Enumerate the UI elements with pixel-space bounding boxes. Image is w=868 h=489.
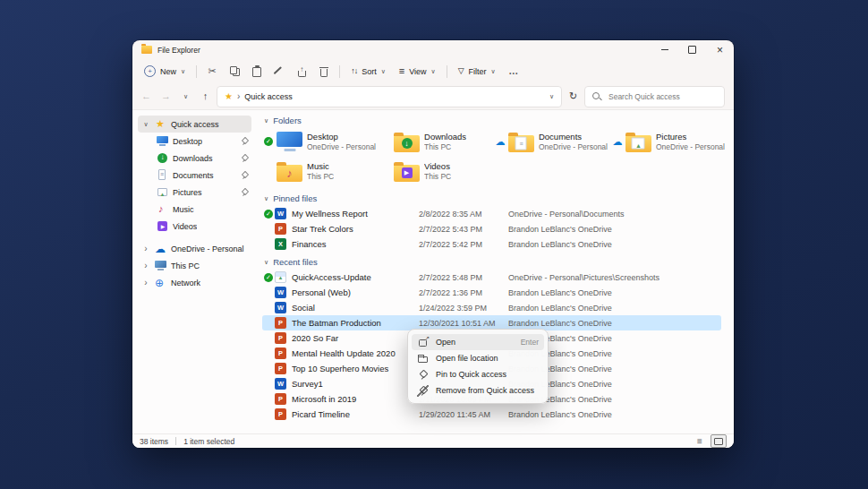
delete-button[interactable] <box>313 63 335 81</box>
folder-tile-text: Downloads This PC <box>424 132 466 151</box>
section-label: Pinned files <box>273 193 317 203</box>
file-row[interactable]: My Wellness Report 2/8/2022 8:35 AM OneD… <box>262 206 721 221</box>
file-name: Mental Health Update 2020 <box>292 348 419 358</box>
sidebar-item-label: Documents <box>173 171 214 180</box>
pin-icon <box>239 188 248 197</box>
rename-button[interactable] <box>268 63 290 81</box>
sidebar-item-label: Music <box>173 205 194 214</box>
folder-tile-pictures[interactable]: Pictures OneDrive - Personal <box>611 128 725 155</box>
sidebar-item-downloads[interactable]: Downloads <box>138 150 251 167</box>
sort-button[interactable]: Sort <box>345 64 392 79</box>
section-header-folders[interactable]: Folders <box>264 114 725 126</box>
file-location: Brandon LeBlanc's OneDrive <box>508 319 721 328</box>
paste-button[interactable] <box>246 63 268 81</box>
sidebar-item-this-pc[interactable]: This PC <box>138 257 251 274</box>
file-row[interactable]: Finances 2/7/2022 5:42 PM Brandon LeBlan… <box>262 236 721 252</box>
file-date: 1/24/2022 3:59 PM <box>419 304 508 313</box>
folder-location: OneDrive - Personal <box>539 142 608 151</box>
folder-tile-documents[interactable]: Documents OneDrive - Personal <box>494 128 608 155</box>
command-bar: New Sort View Filter <box>132 59 734 83</box>
view-button[interactable]: View <box>393 64 442 79</box>
back-button[interactable] <box>138 88 155 105</box>
menu-item-open-file-location[interactable]: Open file location <box>412 350 544 366</box>
chevron-down-icon <box>181 68 185 74</box>
rename-icon <box>274 66 285 76</box>
status-bar: 38 items 1 item selected <box>132 433 734 448</box>
chevron-right-icon[interactable] <box>141 244 150 253</box>
image-file-icon <box>275 271 286 283</box>
maximize-button[interactable] <box>678 40 706 59</box>
pin-icon <box>239 154 248 163</box>
recent-locations-button[interactable] <box>177 88 194 105</box>
breadcrumb-location[interactable]: Quick access <box>244 92 293 101</box>
status-divider <box>175 437 176 445</box>
section-header-pinned-files[interactable]: Pinned files <box>264 192 725 204</box>
chevron-right-icon[interactable] <box>141 262 150 270</box>
music-folder-icon <box>277 160 302 182</box>
videos-folder-icon <box>394 160 420 182</box>
chevron-right-icon[interactable] <box>141 279 150 287</box>
folder-tile-text: Desktop OneDrive - Personal <box>307 132 376 151</box>
close-icon <box>717 45 723 56</box>
cut-button[interactable] <box>201 63 223 81</box>
file-date: 2/7/2022 5:48 PM <box>419 273 508 282</box>
sidebar-item-documents[interactable]: Documents <box>138 167 251 184</box>
menu-item-remove-from-quick-access[interactable]: Remove from Quick access <box>412 382 544 399</box>
file-name: Social <box>292 303 419 313</box>
section-header-recent-files[interactable]: Recent files <box>264 255 725 268</box>
new-button-label: New <box>160 67 176 76</box>
this-pc-icon <box>155 260 166 271</box>
pin-icon <box>239 171 248 180</box>
file-row[interactable]: Social 1/24/2022 3:59 PM Brandon LeBlanc… <box>262 300 721 315</box>
sidebar-item-quick-access[interactable]: Quick access <box>138 116 251 133</box>
thumbnail-view-button[interactable] <box>711 434 727 448</box>
search-box[interactable] <box>584 86 725 107</box>
sync-status <box>611 136 624 148</box>
refresh-button[interactable] <box>565 88 582 105</box>
title-bar[interactable]: File Explorer <box>132 40 734 59</box>
folder-overlay-glyph <box>286 167 293 180</box>
chevron-down-icon[interactable] <box>141 121 150 127</box>
address-dropdown-icon[interactable] <box>549 93 554 99</box>
sidebar-item-music[interactable]: Music <box>138 201 251 218</box>
folder-tile-downloads[interactable]: Downloads This PC <box>379 128 490 155</box>
close-button[interactable] <box>706 40 734 59</box>
file-row[interactable]: Personal (Web) 2/7/2022 1:36 PM Brandon … <box>262 285 721 300</box>
new-button[interactable]: New <box>138 63 191 80</box>
address-breadcrumb[interactable]: Quick access <box>217 86 562 107</box>
sort-icon <box>351 67 357 75</box>
powerpoint-file-icon <box>275 347 286 359</box>
sidebar-item-pictures[interactable]: Pictures <box>138 184 251 201</box>
downloads-icon <box>157 152 168 164</box>
folder-tile-desktop[interactable]: Desktop OneDrive - Personal <box>262 128 376 155</box>
file-row[interactable]: Star Trek Colors 2/7/2022 5:43 PM Brando… <box>262 221 721 236</box>
forward-button[interactable] <box>157 88 174 105</box>
folder-tile-music[interactable]: Music This PC <box>262 158 376 184</box>
minimize-button[interactable] <box>651 40 678 59</box>
file-row[interactable]: QuickAccess-Update 2/7/2022 5:48 PM OneD… <box>262 270 721 285</box>
powerpoint-file-icon <box>275 317 286 329</box>
menu-item-label: Open <box>436 338 455 347</box>
sidebar-item-network[interactable]: Network <box>138 274 251 291</box>
menu-item-pin-to-quick-access[interactable]: Pin to Quick access <box>412 366 544 382</box>
sidebar-item-desktop[interactable]: Desktop <box>138 133 251 150</box>
unpin-icon <box>417 385 429 397</box>
file-location: Brandon LeBlanc's OneDrive <box>508 225 721 234</box>
search-input[interactable] <box>607 91 717 102</box>
file-date: 2/7/2022 1:36 PM <box>419 288 508 297</box>
folder-tile-text: Videos This PC <box>424 161 451 181</box>
details-view-button[interactable] <box>692 434 708 448</box>
filter-button[interactable]: Filter <box>452 64 502 79</box>
file-row[interactable]: Picard Timeline 1/29/2020 11:45 AM Brand… <box>262 407 721 422</box>
sidebar-item-onedrive[interactable]: OneDrive - Personal <box>138 240 251 257</box>
sync-badge-icon <box>495 136 505 148</box>
more-options-button[interactable] <box>503 63 524 81</box>
share-button[interactable] <box>291 63 312 81</box>
forward-icon <box>161 91 171 101</box>
up-button[interactable] <box>197 88 214 105</box>
sidebar-item-videos[interactable]: Videos <box>138 218 251 235</box>
folder-tile-videos[interactable]: Videos This PC <box>379 158 490 184</box>
copy-button[interactable] <box>224 63 245 81</box>
menu-item-open[interactable]: Open Enter <box>412 334 544 350</box>
file-explorer-window: File Explorer New Sort View <box>132 40 734 448</box>
